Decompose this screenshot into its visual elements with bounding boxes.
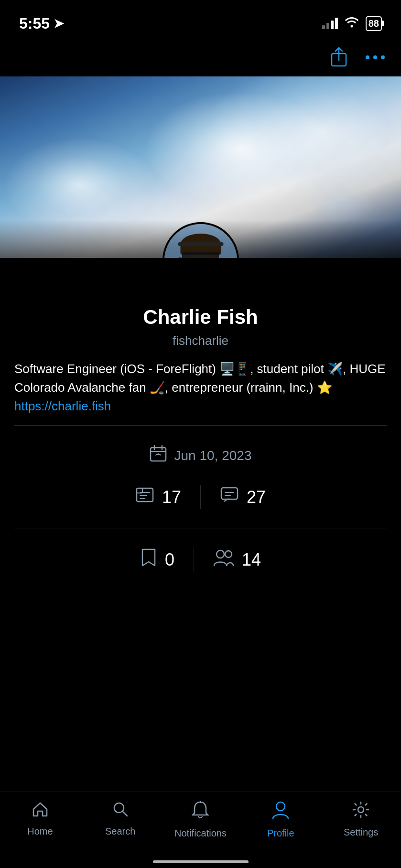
followers-icon bbox=[213, 548, 234, 571]
followers-count: 14 bbox=[242, 550, 261, 570]
status-bar: 5:55 ➤ 88 bbox=[0, 0, 401, 38]
tab-bar: Home Search Notifications Profil bbox=[0, 792, 401, 868]
search-icon bbox=[112, 801, 129, 822]
svg-point-11 bbox=[114, 803, 124, 813]
followers-stat: 14 bbox=[194, 548, 280, 571]
bookmarks-stat: 0 bbox=[121, 547, 194, 572]
join-date-text: Jun 10, 2023 bbox=[174, 448, 252, 463]
svg-point-2 bbox=[373, 55, 377, 59]
more-button[interactable] bbox=[364, 46, 387, 69]
svg-point-1 bbox=[366, 55, 369, 59]
comments-count: 27 bbox=[247, 487, 266, 507]
toolbar bbox=[0, 38, 401, 76]
svg-rect-8 bbox=[221, 488, 238, 499]
tab-home-label: Home bbox=[27, 826, 53, 837]
wifi-icon bbox=[345, 16, 359, 31]
bookmarks-icon bbox=[140, 547, 157, 572]
settings-icon bbox=[352, 801, 370, 823]
tab-search-label: Search bbox=[105, 826, 135, 837]
posts-icon bbox=[135, 485, 154, 509]
join-date: Jun 10, 2023 bbox=[14, 435, 387, 476]
tab-profile[interactable]: Profile bbox=[252, 801, 309, 839]
status-time: 5:55 ➤ bbox=[19, 15, 64, 32]
svg-point-5 bbox=[157, 453, 159, 455]
comments-icon bbox=[220, 485, 239, 509]
stats-row-1: 17 27 bbox=[14, 476, 387, 518]
profile-content: Charlie Fish fishcharlie Software Engine… bbox=[0, 258, 401, 596]
tab-profile-label: Profile bbox=[267, 828, 294, 839]
profile-bio: Software Engineer (iOS - ForeFlight) 🖥️📱… bbox=[14, 360, 387, 416]
bio-divider bbox=[14, 425, 387, 426]
svg-point-3 bbox=[381, 55, 385, 59]
posts-count: 17 bbox=[162, 487, 181, 507]
profile-icon bbox=[272, 801, 289, 824]
svg-point-12 bbox=[276, 802, 285, 811]
notifications-icon bbox=[192, 801, 209, 824]
profile-handle: fishcharlie bbox=[14, 333, 387, 348]
home-indicator bbox=[153, 860, 249, 863]
battery-icon: 88 bbox=[366, 16, 382, 31]
svg-point-9 bbox=[217, 550, 224, 558]
posts-stat: 17 bbox=[116, 485, 201, 509]
tab-notifications-label: Notifications bbox=[174, 828, 227, 839]
calendar-icon bbox=[150, 445, 167, 466]
comments-stat: 27 bbox=[201, 485, 285, 509]
tab-home[interactable]: Home bbox=[11, 801, 69, 837]
signal-icon bbox=[322, 18, 338, 29]
bookmarks-count: 0 bbox=[165, 550, 174, 570]
tab-settings-label: Settings bbox=[344, 827, 378, 838]
avatar-image bbox=[164, 224, 237, 258]
stats-row-2: 0 14 bbox=[14, 538, 387, 581]
tab-notifications[interactable]: Notifications bbox=[172, 801, 229, 839]
cover-image bbox=[0, 76, 401, 258]
tab-search[interactable]: Search bbox=[92, 801, 149, 837]
profile-website-link[interactable]: https://charlie.fish bbox=[14, 399, 111, 413]
svg-point-10 bbox=[225, 551, 232, 557]
stats-divider bbox=[14, 528, 387, 528]
location-arrow-icon: ➤ bbox=[54, 16, 64, 31]
status-right: 88 bbox=[322, 16, 382, 31]
svg-point-13 bbox=[358, 807, 364, 813]
tab-settings[interactable]: Settings bbox=[332, 801, 390, 838]
profile-name: Charlie Fish bbox=[14, 306, 387, 329]
avatar bbox=[163, 222, 239, 258]
home-icon bbox=[32, 801, 49, 822]
share-button[interactable] bbox=[327, 46, 350, 69]
